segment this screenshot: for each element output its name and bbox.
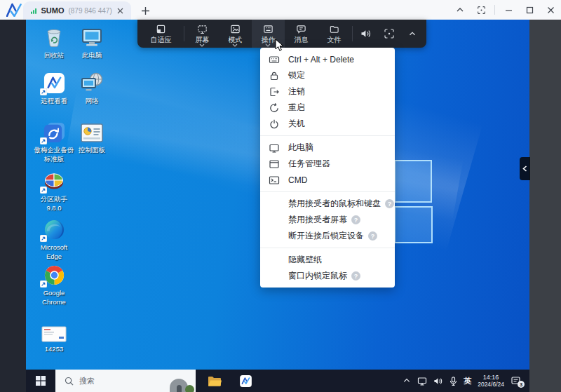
volume-icon [360,28,372,39]
tab-close-button[interactable] [116,5,125,16]
desktop-icon-network[interactable]: 网络 [69,71,115,105]
tray-volume-icon[interactable] [433,377,443,386]
help-icon[interactable]: ? [385,199,394,208]
titlebar-collapse-button[interactable] [450,0,471,20]
help-icon[interactable]: ? [368,231,377,241]
signal-strength-icon [31,7,36,15]
menu-item-disable-recipient-mouse-keyboard[interactable]: 禁用接受者的鼠标和键盘 ? [260,196,395,212]
chrome-icon [41,263,67,287]
new-tab-button[interactable] [140,5,151,16]
menu-item-label: 重启 [288,102,305,114]
tray-input-language[interactable]: 英 [464,376,471,386]
toolbar-button-label: 屏幕 [195,36,209,43]
menu-item-lock-device-after-disconnect[interactable]: 断开连接后锁定设备 ? [260,228,395,244]
menu-item-restart[interactable]: 重启 [260,100,395,116]
menu-item-label: 锁定 [288,69,305,81]
desktop-icon-label-line2: 9.8.0 [46,204,61,212]
anyviewer-icon [41,71,67,95]
menu-item-label: 禁用接受者屏幕 [288,214,347,226]
toolbar-button-label: 消息 [294,36,308,43]
tray-network-icon[interactable] [417,377,427,386]
search-highlight-image[interactable] [165,370,196,392]
menu-item-label: 隐藏壁纸 [288,254,322,266]
menu-item-disable-recipient-screen[interactable]: 禁用接受者屏幕 ? [260,212,395,228]
display-mode-icon [230,24,241,34]
desktop-icon-file-14253[interactable]: 14253 [31,319,77,353]
desktop-icon-label: 远程看看 [41,97,67,105]
window-titlebar: SUMO (879 846 447) [0,0,561,20]
menu-item-ctrl-alt-delete[interactable]: Ctrl + Alt + Delete [260,51,395,67]
menu-item-shutdown[interactable]: 关机 [260,116,395,132]
menu-item-label: Ctrl + Alt + Delete [288,55,354,65]
start-button[interactable] [26,370,55,392]
window-close-button[interactable] [540,0,561,20]
session-tab[interactable]: SUMO (879 846 447) [23,1,131,20]
menu-item-logout[interactable]: 注销 [260,83,395,100]
power-icon [269,119,280,130]
desktop-icon-label: 回收站 [44,51,65,60]
toolbar-collapse-button[interactable] [401,20,424,48]
menu-item-cmd[interactable]: CMD [260,172,395,188]
maximize-button[interactable] [519,0,540,20]
desktop-icon-label: 网络 [86,97,99,105]
partition-assistant-icon [41,169,67,193]
toolbar-mode-button[interactable]: 模式 [219,20,252,48]
desktop-icon-label-line2: Edge [46,252,62,261]
notification-badge: 3 [518,381,525,388]
help-icon[interactable]: ? [351,271,360,281]
close-icon [547,6,555,14]
anyviewer-logo-icon [6,3,22,17]
desktop-icon-partition-assistant[interactable]: 分区助手 9.8.0 [31,169,77,212]
this-pc-icon [79,25,104,49]
desktop-icon-control-panel[interactable]: 控制面板 [69,120,115,154]
toolbar-divider [352,26,353,41]
taskbar-anyviewer-button[interactable] [235,370,256,392]
desktop-icon-label-line2: Chrome [42,298,66,306]
minimize-icon [505,6,513,14]
fit-screen-icon [156,24,166,34]
desktop-icon-google-chrome[interactable]: Google Chrome [31,263,77,306]
desktop-icon-label: 傲梅企业备份 [34,146,74,154]
desktop-icon-microsoft-edge[interactable]: Microsoft Edge [31,217,77,260]
menu-item-label: 禁用接受者的鼠标和键盘 [288,198,381,210]
menu-item-this-pc[interactable]: 此电脑 [260,140,395,156]
taskbar-file-explorer-button[interactable] [204,370,225,392]
taskbar-search-input[interactable]: 搜索 [55,370,196,392]
menu-divider [260,135,395,136]
lock-icon [269,70,280,81]
toolbar-message-button[interactable]: 消息 [285,20,318,48]
titlebar-fullscreen-button[interactable] [471,0,492,20]
search-placeholder: 搜索 [79,376,165,386]
viewer-left-band [0,20,26,392]
toolbar-screen-button[interactable]: 屏幕 [186,20,219,48]
tray-notification-button[interactable]: 3 [511,376,521,386]
message-icon [296,24,306,34]
toolbar-button-label: 操作 [261,36,275,43]
toolbar-fit-screen-button[interactable]: 自适应 [140,20,182,48]
tray-clock[interactable]: 14:16 2024/6/24 [478,374,504,388]
control-panel-icon [79,120,104,144]
menu-item-lock-mouse-in-window[interactable]: 窗口内锁定鼠标 ? [260,268,395,284]
side-panel-collapse-tab[interactable] [520,157,530,180]
toolbar-fullscreen-button[interactable] [377,20,400,48]
help-icon[interactable]: ? [351,215,360,224]
operation-dropdown-menu: Ctrl + Alt + Delete 锁定 注销 重启 关机 此电脑 任务管理… [260,48,395,288]
caret-down-icon [232,43,238,47]
desktop-icon-this-pc[interactable]: 此电脑 [69,25,115,60]
toolbar-button-label: 自适应 [150,36,171,43]
minimize-button[interactable] [498,0,519,20]
tray-expand-chevron[interactable] [403,377,411,385]
toolbar-file-button[interactable]: 文件 [318,20,351,48]
tray-microphone-icon[interactable] [450,377,457,386]
menu-item-label: 此电脑 [288,142,313,154]
toolbar-volume-button[interactable] [354,20,377,48]
keyboard-icon [269,54,280,65]
menu-item-task-manager[interactable]: 任务管理器 [260,156,395,172]
caret-down-icon [199,43,205,47]
menu-item-hide-wallpaper[interactable]: 隐藏壁纸 [260,252,395,268]
menu-item-label: CMD [288,175,307,185]
menu-item-lock[interactable]: 锁定 [260,67,395,83]
aomei-backup-icon [41,120,67,144]
tray-time: 14:16 [478,374,504,381]
operation-icon [263,24,273,34]
